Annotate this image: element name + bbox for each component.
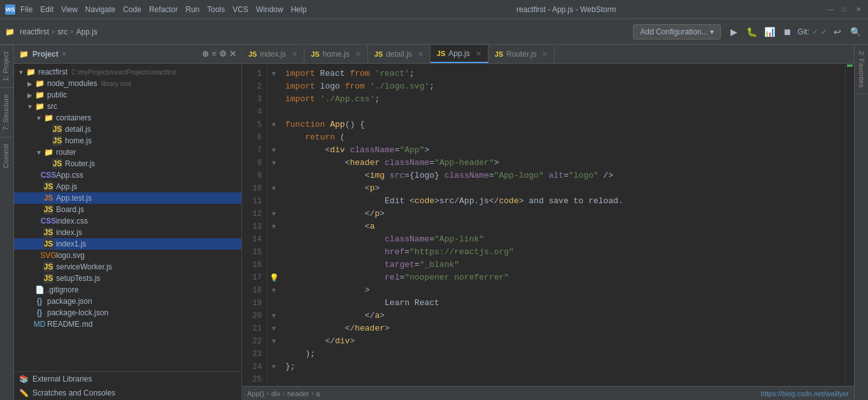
locate-icon[interactable]: ⊕ [202, 49, 209, 59]
tab-detail-js[interactable]: JS detail.js ✕ [368, 45, 430, 63]
menu-file[interactable]: File [20, 5, 32, 14]
blog-url[interactable]: https://blog.csdn.net/waillyer [761, 390, 849, 397]
tree-board-js[interactable]: JS Board.js [14, 204, 241, 215]
menu-vcs[interactable]: VCS [232, 5, 248, 14]
tree-root-reactfirst[interactable]: ▼ 📁 reactfirst C:\myProjects\reactProjec… [14, 66, 241, 78]
js-file-icon: JS [52, 159, 62, 169]
settings-icon[interactable]: ⚙ [219, 49, 227, 59]
tree-index-css[interactable]: CSS index.css [14, 215, 241, 227]
add-configuration-button[interactable]: Add Configuration... ▾ [633, 24, 721, 39]
menu-help[interactable]: Help [291, 5, 307, 14]
fold-arrow[interactable]: ▼ [271, 220, 277, 233]
tree-router-js[interactable]: JS Router.js [14, 158, 241, 169]
tree-containers[interactable]: ▼ 📁 containers [14, 112, 241, 124]
tree-package-lock-json[interactable]: {} package-lock.json [14, 307, 241, 318]
code-content[interactable]: import React from 'react'; import logo f… [280, 64, 845, 386]
tree-app-test-js[interactable]: JS App.test.js [14, 192, 241, 204]
breadcrumb-file[interactable]: App.js [76, 27, 97, 36]
fold-arrow[interactable]: ▼ [271, 118, 277, 131]
code-editor[interactable]: 12345 678910 1112131415 1617181920 21222… [242, 64, 854, 386]
status-breadcrumb-header[interactable]: header [287, 390, 309, 397]
tree-logo-svg[interactable]: SVG logo.svg [14, 250, 241, 261]
tab-label: App.js [448, 49, 469, 58]
tree-label: reactfirst [38, 68, 68, 76]
sidebar-item-project[interactable]: 1: Project [0, 45, 13, 87]
tab-close-button[interactable]: ✕ [476, 50, 481, 58]
collapse-icon[interactable]: ≡ [211, 49, 217, 59]
tree-serviceworker-js[interactable]: JS serviceWorker.js [14, 261, 241, 273]
tree-readme-md[interactable]: MD README.md [14, 318, 241, 330]
breadcrumb-sep2: > [70, 29, 73, 35]
menu-edit[interactable]: Edit [40, 5, 53, 14]
tab-index-js[interactable]: JS index.js ✕ [242, 45, 304, 63]
debug-button[interactable]: 🐛 [744, 24, 759, 39]
tab-close-button[interactable]: ✕ [355, 50, 361, 59]
fold-arrow[interactable]: ▼ [271, 361, 277, 373]
menu-view[interactable]: View [61, 5, 78, 14]
tree-src[interactable]: ▼ 📁 src [14, 101, 241, 112]
menu-window[interactable]: Window [256, 5, 283, 14]
gutter: ▼ ▼ ▼ ▼ ▼ ▼ ▼ 💡 ▼ ▼ ▼ [267, 64, 280, 386]
tree-label: serviceWorker.js [56, 262, 112, 271]
minimize-button[interactable]: — [826, 5, 835, 14]
fold-arrow[interactable]: ▼ [271, 68, 277, 80]
tab-router-js[interactable]: JS Router.js ✕ [488, 45, 555, 63]
sidebar-item-structure[interactable]: 7: Structure [0, 87, 13, 137]
fold-arrow[interactable]: ▼ [271, 208, 277, 220]
lightbulb-icon[interactable]: 💡 [269, 271, 279, 284]
git-check1: ✓ [812, 27, 818, 36]
menu-run[interactable]: Run [185, 5, 199, 14]
scratches-consoles-item[interactable]: ✏️ Scratches and Consoles [14, 386, 241, 400]
tree-label: detail.js [65, 125, 91, 134]
tree-setuptests-js[interactable]: JS setupTests.js [14, 273, 241, 284]
external-libraries-label: External Libraries [32, 375, 92, 383]
close-button[interactable]: ✕ [854, 5, 863, 14]
menu-refactor[interactable]: Refactor [149, 5, 178, 14]
tree-router-folder[interactable]: ▼ 📁 router [14, 146, 241, 158]
fold-arrow[interactable]: ▼ [271, 182, 277, 195]
tab-close-button[interactable]: ✕ [292, 50, 297, 59]
maximize-button[interactable]: □ [840, 5, 849, 14]
sidebar-item-commit[interactable]: Commit [0, 137, 13, 175]
tree-package-json[interactable]: {} package.json [14, 296, 241, 307]
run-button[interactable]: ▶ [726, 24, 741, 39]
fold-arrow[interactable]: ▼ [271, 335, 277, 348]
menu-code[interactable]: Code [123, 5, 141, 14]
sidebar-item-favorites[interactable]: 2: Favorites [856, 45, 867, 94]
coverage-button[interactable]: 📊 [762, 24, 777, 39]
tree-app-css[interactable]: CSS App.css [14, 169, 241, 181]
fold-arrow[interactable]: ▼ [271, 322, 277, 335]
status-breadcrumb-div[interactable]: div [271, 390, 280, 397]
fold-arrow[interactable]: ▼ [271, 144, 277, 157]
tree-app-js[interactable]: JS App.js [14, 181, 241, 192]
menu-navigate[interactable]: Navigate [85, 5, 115, 14]
breadcrumb-project[interactable]: reactfirst [20, 27, 49, 36]
tree-public[interactable]: ▶ 📁 public [14, 89, 241, 101]
tree-index1-js[interactable]: JS index1.js [14, 238, 241, 250]
status-breadcrumb-a[interactable]: a [316, 390, 320, 397]
close-panel-icon[interactable]: ✕ [229, 49, 236, 59]
fold-arrow[interactable]: ▼ [271, 157, 277, 169]
js-file-icon: JS [43, 273, 53, 283]
breadcrumb-src[interactable]: src [57, 27, 68, 36]
undo-button[interactable]: ↩ [830, 24, 845, 39]
search-button[interactable]: 🔍 [848, 24, 863, 39]
external-libraries-item[interactable]: 📚 External Libraries [14, 372, 241, 386]
tab-home-js[interactable]: JS home.js ✕ [304, 45, 368, 63]
tree-detail-js[interactable]: JS detail.js [14, 124, 241, 135]
tree-home-js[interactable]: JS home.js [14, 135, 241, 146]
tree-node-modules[interactable]: ▶ 📁 node_modules library root [14, 78, 241, 89]
tab-close-button[interactable]: ✕ [542, 50, 548, 59]
tab-close-button[interactable]: ✕ [418, 50, 423, 59]
status-breadcrumb-app[interactable]: App() [247, 390, 264, 397]
menu-tools[interactable]: Tools [207, 5, 225, 14]
fold-arrow[interactable]: ▼ [271, 284, 277, 297]
stop-button[interactable]: ⏹ [779, 24, 795, 39]
tree-gitignore[interactable]: 📄 .gitignore [14, 284, 241, 296]
fold-arrow[interactable]: ▼ [271, 310, 277, 322]
tree-label: Board.js [56, 205, 84, 214]
js-file-icon: JS [43, 227, 53, 238]
project-panel-header: 📁 Project ▾ ⊕ ≡ ⚙ ✕ [14, 45, 241, 64]
tree-index-js[interactable]: JS index.js [14, 227, 241, 238]
tab-app-js[interactable]: JS App.js ✕ [430, 45, 488, 63]
